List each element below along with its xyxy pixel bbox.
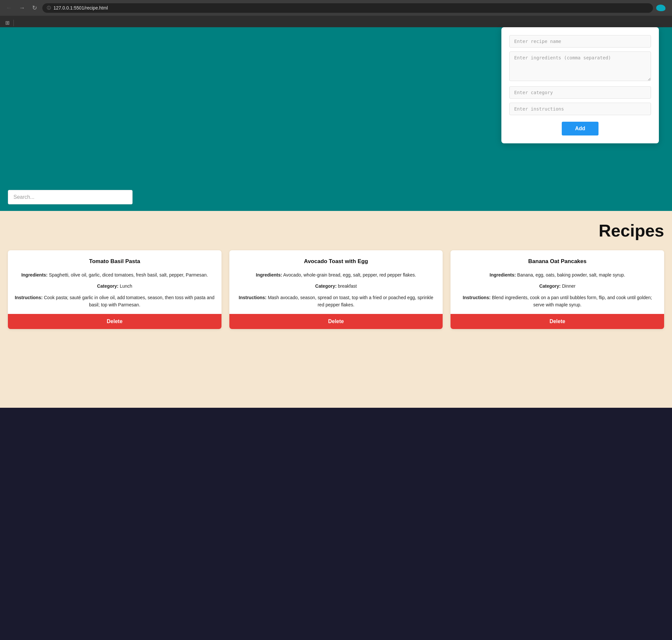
category-value: breakfast [338,283,357,289]
recipes-grid: Tomato Basil Pasta Ingredients: Spaghett… [8,250,664,329]
ingredients-value: Avocado, whole-grain bread, egg, salt, p… [283,272,416,277]
tab-divider [13,20,14,26]
recipe-name-input[interactable] [509,35,651,47]
address-bar[interactable]: ⓘ 127.0.0.1:5501/recipe.html [42,3,653,13]
instructions-input[interactable] [509,103,651,115]
instructions-label: Instructions: [15,295,43,300]
instructions-value: Blend ingredients, cook on a pan until b… [492,295,652,307]
recipe-title: Tomato Basil Pasta [14,258,215,265]
security-icon: ⓘ [47,5,51,11]
recipe-body: Ingredients: Spaghetti, olive oil, garli… [14,271,215,309]
category-label: Category: [97,283,118,289]
category-label: Category: [315,283,337,289]
delete-button[interactable]: Delete [8,314,221,329]
search-section [0,184,672,211]
page-background: Add [0,27,672,211]
recipe-card: Tomato Basil Pasta Ingredients: Spaghett… [8,250,221,329]
recipe-title: Avocado Toast with Egg [236,258,437,265]
forward-button[interactable]: → [17,3,27,13]
instructions-value: Mash avocado, season, spread on toast, t… [268,295,433,307]
ingredients-label: Ingredients: [21,272,47,277]
ingredients-input[interactable] [509,52,651,81]
recipe-card: Banana Oat Pancakes Ingredients: Banana,… [451,250,664,329]
category-label: Category: [539,283,560,289]
recipe-card: Avocado Toast with Egg Ingredients: Avoc… [229,250,443,329]
recipes-section: Recipes Tomato Basil Pasta Ingredients: … [0,211,672,408]
search-input[interactable] [8,190,132,204]
reload-button[interactable]: ↻ [30,3,39,13]
instructions-value: Cook pasta; sauté garlic in olive oil, a… [44,295,215,307]
tab-grid-icon[interactable]: ⊞ [4,18,11,27]
category-input[interactable] [509,86,651,99]
extension-icon [656,4,666,11]
instructions-label: Instructions: [239,295,267,300]
back-button[interactable]: ← [4,3,14,13]
recipe-body: Ingredients: Banana, egg, oats, baking p… [457,271,658,309]
ingredients-value: Spaghetti, olive oil, garlic, diced toma… [49,272,208,277]
recipe-title: Banana Oat Pancakes [457,258,658,265]
category-value: Lunch [120,283,132,289]
recipe-form-card: Add [501,27,659,143]
delete-button[interactable]: Delete [451,314,664,329]
browser-tabs: ⊞ [0,16,672,27]
delete-button[interactable]: Delete [229,314,443,329]
add-button[interactable]: Add [562,122,598,135]
browser-chrome: ← → ↻ ⓘ 127.0.0.1:5501/recipe.html ⊞ [0,0,672,27]
ingredients-label: Ingredients: [489,272,516,277]
ingredients-label: Ingredients: [256,272,282,277]
instructions-label: Instructions: [463,295,490,300]
category-value: Dinner [562,283,575,289]
recipes-title: Recipes [8,221,664,241]
recipe-body: Ingredients: Avocado, whole-grain bread,… [236,271,437,309]
ingredients-value: Banana, egg, oats, baking powder, salt, … [517,272,625,277]
url-text: 127.0.0.1:5501/recipe.html [54,5,108,11]
browser-toolbar: ← → ↻ ⓘ 127.0.0.1:5501/recipe.html [0,0,672,16]
